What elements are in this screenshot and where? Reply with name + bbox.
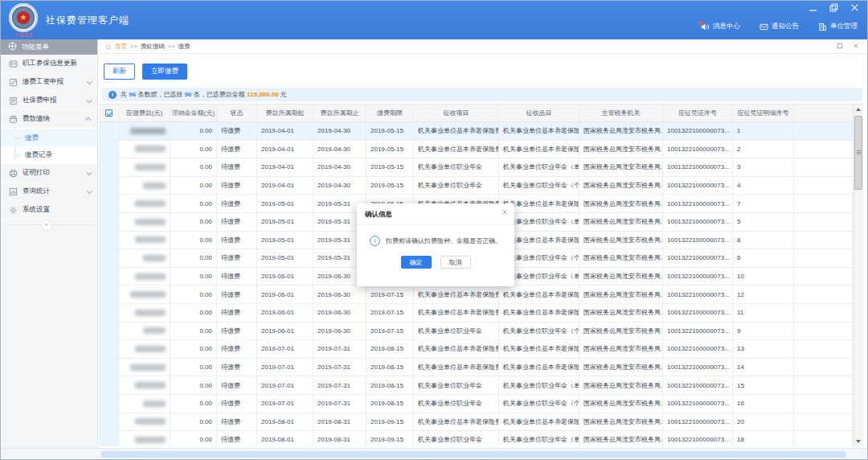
table-row[interactable]: 0.00待缴费2019-07-012019-07-312019-08-15机关事…	[99, 376, 863, 395]
refresh-button[interactable]: 刷新	[104, 64, 135, 80]
sidebar-item[interactable]: 证明打印	[1, 164, 97, 183]
deadline-cell: 2019-05-15	[366, 158, 414, 177]
row-checkbox-cell[interactable]	[99, 431, 119, 446]
row-checkbox-cell[interactable]	[99, 376, 119, 395]
sidebar-collapse-button[interactable]: «	[41, 220, 52, 231]
table-row[interactable]: 0.00待缴费2019-07-012019-07-312019-08-15机关事…	[99, 395, 863, 413]
notification-badge	[699, 21, 703, 25]
vertical-scrollbar[interactable]	[853, 105, 863, 446]
scrollbar-thumb[interactable]	[854, 116, 862, 190]
sidebar-subitem[interactable]: 缴费记录	[1, 146, 97, 163]
scroll-down-button[interactable]	[854, 437, 863, 446]
sidebar-item-label: 证明打印	[23, 168, 50, 178]
status-cell: 待缴费	[217, 322, 257, 341]
table-row[interactable]: 0.00待缴费2019-06-012019-06-302019-07-15机关事…	[99, 304, 863, 322]
row-checkbox-cell[interactable]	[99, 285, 119, 304]
column-header[interactable]: 滞纳金金额(元)	[170, 105, 217, 122]
deadline-cell: 2019-07-15	[366, 304, 414, 322]
panel-maximize-icon[interactable]	[837, 43, 843, 49]
detail-no-cell: 10	[733, 268, 794, 286]
titlebar-nav-org-manage[interactable]: 单位管理	[818, 22, 858, 31]
breadcrumb-item[interactable]: 费款缴纳	[141, 43, 165, 51]
close-icon[interactable]	[850, 3, 859, 12]
column-header[interactable]: 主管税务机关	[579, 105, 663, 122]
panel-close-icon[interactable]	[853, 43, 859, 49]
maximize-icon[interactable]	[829, 3, 838, 12]
item-cell: 机关事业单位基本养老保险...	[499, 340, 579, 359]
column-header[interactable]: 征收品目	[499, 105, 579, 122]
deadline-cell: 2019-05-15	[366, 177, 414, 195]
row-checkbox-cell[interactable]	[99, 268, 119, 286]
column-header[interactable]: 费款所属期起	[257, 105, 313, 122]
table-row[interactable]: 0.00待缴费2019-07-012019-07-312019-08-15机关事…	[99, 359, 863, 377]
titlebar-nav-message-center[interactable]: 消息中心	[701, 22, 740, 31]
sidebar-item[interactable]: 社保费申报	[1, 92, 97, 110]
select-all-checkbox[interactable]	[105, 109, 113, 117]
row-checkbox-cell[interactable]	[99, 249, 119, 268]
sidebar-item[interactable]: 缴费工资申报	[1, 73, 97, 92]
row-checkbox-cell[interactable]	[99, 340, 119, 359]
tax-office-cell: 国家税务总局淮安市税务局...	[579, 195, 663, 213]
column-header[interactable]: 应征凭证序号	[663, 105, 733, 122]
sidebar-item[interactable]: 职工参保信息更新	[1, 55, 97, 73]
row-checkbox-cell[interactable]	[99, 195, 119, 213]
status-cell: 待缴费	[217, 122, 257, 141]
period-end-cell: 2019-07-31	[313, 359, 366, 377]
table-row[interactable]: 0.00待缴费2019-06-012019-06-302019-07-15机关事…	[99, 285, 863, 304]
chevron-down-icon	[87, 79, 92, 84]
row-checkbox-cell[interactable]	[99, 322, 119, 341]
late-fee-cell: 0.00	[170, 376, 217, 395]
period-start-cell: 2019-05-01	[257, 195, 313, 213]
table-row[interactable]: 0.00待缴费2019-08-012019-08-312019-09-15机关事…	[99, 431, 863, 446]
table-row[interactable]: 0.00待缴费2019-04-012019-04-302019-05-15机关事…	[99, 177, 863, 195]
sidebar-item[interactable]: 查询统计	[1, 183, 97, 201]
item-cell: 机关事业单位职业年金（单...	[499, 158, 579, 177]
period-end-cell: 2019-04-30	[313, 177, 366, 195]
dialog-close-icon[interactable]	[502, 209, 508, 216]
table-row[interactable]: 0.00待缴费2019-04-012019-04-302019-05-15机关事…	[99, 122, 863, 141]
table-row[interactable]: 0.00待缴费2019-04-012019-04-302019-05-15机关事…	[99, 158, 863, 177]
sidebar-menu: 职工参保信息更新缴费工资申报社保费申报费款缴纳缴费缴费记录证明打印查询统计系统设…	[1, 55, 97, 220]
sidebar-item[interactable]: 费款缴纳	[1, 110, 97, 129]
serial-cell: 1001322100000073...	[663, 395, 733, 413]
row-checkbox-cell[interactable]	[99, 413, 119, 432]
row-checkbox-cell[interactable]	[99, 141, 119, 159]
column-header[interactable]: 应缴费款(元)	[119, 105, 170, 122]
selected-count: 96	[185, 91, 192, 98]
column-header[interactable]: 应征凭证明细序号	[733, 105, 794, 122]
column-header[interactable]: 状态	[217, 105, 257, 122]
period-end-cell: 2019-04-30	[313, 141, 366, 159]
serial-cell: 1001322100000073...	[663, 232, 733, 250]
row-checkbox-cell[interactable]	[99, 177, 119, 195]
row-checkbox-cell[interactable]	[99, 304, 119, 322]
scroll-up-button[interactable]	[854, 105, 863, 114]
row-checkbox-cell[interactable]	[99, 359, 119, 377]
column-header[interactable]: 缴费期限	[366, 105, 414, 122]
sidebar-item[interactable]: 系统设置	[1, 201, 97, 220]
table-row[interactable]: 0.00待缴费2019-06-012019-06-302019-07-15机关事…	[99, 322, 863, 341]
minimize-icon[interactable]	[809, 3, 817, 12]
dialog-info-icon: i	[370, 236, 380, 246]
amount-cell-redacted	[119, 376, 170, 395]
table-row[interactable]: 0.00待缴费2019-08-012019-08-312019-09-15机关事…	[99, 413, 863, 432]
row-checkbox-cell[interactable]	[99, 213, 119, 232]
table-row[interactable]: 0.00待缴费2019-07-012019-07-312019-08-15机关事…	[99, 340, 863, 359]
row-checkbox-cell[interactable]	[99, 122, 119, 141]
titlebar-nav-notice[interactable]: 通知公告	[760, 22, 799, 31]
confirm-button[interactable]: 确定	[401, 256, 432, 269]
status-cell: 待缴费	[217, 395, 257, 413]
late-fee-cell: 0.00	[170, 177, 217, 195]
column-header[interactable]: 费款所属期止	[313, 105, 366, 122]
row-checkbox-cell[interactable]	[99, 158, 119, 177]
status-cell: 待缴费	[217, 141, 257, 159]
cancel-button[interactable]: 取消	[440, 256, 471, 269]
sidebar-item-label: 缴费工资申报	[23, 77, 63, 87]
column-header[interactable]: 征收项目	[414, 105, 499, 122]
sidebar-subitem[interactable]: 缴费	[1, 129, 97, 146]
row-checkbox-cell[interactable]	[99, 232, 119, 250]
pay-now-button[interactable]: 立即缴费	[142, 64, 187, 80]
breadcrumb-home[interactable]: 首页	[115, 43, 127, 51]
row-checkbox-cell[interactable]	[99, 395, 119, 413]
horizontal-scrollbar[interactable]	[100, 451, 846, 458]
table-row[interactable]: 0.00待缴费2019-04-012019-04-302019-05-15机关事…	[99, 141, 863, 159]
